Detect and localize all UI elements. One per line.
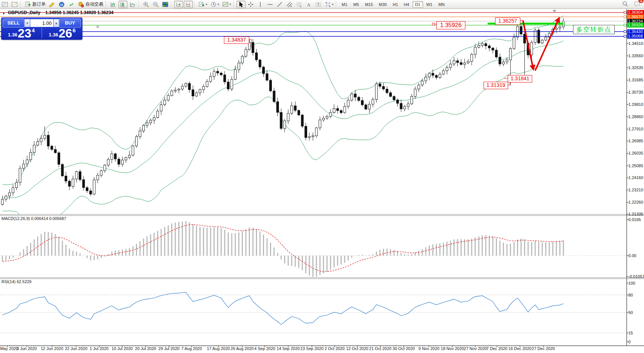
trend-arrow-up[interactable]: [535, 18, 559, 71]
timeframe-m15-button[interactable]: M15: [362, 1, 375, 8]
date-label[interactable]: 4 Sep 2020: [254, 346, 275, 351]
line-chart-button[interactable]: [128, 1, 137, 8]
date-label[interactable]: 20 Jul 2020: [135, 346, 156, 351]
channel-button[interactable]: E: [285, 1, 294, 8]
date-label[interactable]: 23 Sep 2020: [300, 346, 323, 351]
charts-list-button[interactable]: [0, 1, 9, 8]
date-label[interactable]: 21 Oct 2020: [369, 346, 391, 351]
date-label[interactable]: 9 Nov 2020: [419, 346, 439, 351]
date-label[interactable]: 29 Jul 2020: [159, 346, 180, 351]
svg-text:E: E: [290, 5, 292, 7]
cursor-button[interactable]: [237, 1, 245, 8]
candle-bull: [121, 160, 124, 165]
timeframe-m30-button[interactable]: M30: [376, 1, 389, 8]
chart-shift-button[interactable]: [184, 1, 193, 8]
date-label[interactable]: 26 Aug 2020: [231, 346, 254, 351]
sell-button[interactable]: SELL: [3, 19, 25, 27]
chat-icon[interactable]: 1: [634, 0, 641, 9]
bar-chart-button[interactable]: [109, 1, 118, 8]
trendline-button[interactable]: [275, 1, 284, 8]
community-button[interactable]: M: [57, 1, 66, 8]
candle-bull: [146, 123, 148, 125]
fibonacci-button[interactable]: F: [295, 1, 303, 8]
turning-point-note[interactable]: 多空转折点: [573, 25, 615, 34]
arrows-button[interactable]: ▾: [323, 1, 335, 8]
timeframe-m1-button[interactable]: M1: [339, 1, 350, 8]
date-label[interactable]: 5 May 2020: [0, 346, 18, 351]
date-label[interactable]: 14 Sep 2020: [277, 346, 300, 351]
hline-anchor[interactable]: [624, 24, 626, 26]
new-order-button[interactable]: 新订单: [23, 1, 47, 8]
auto-trading-button[interactable]: 自动交易: [77, 1, 104, 8]
vertical-line-button[interactable]: [256, 1, 265, 8]
bar-chart-icon: [110, 1, 117, 8]
date-label[interactable]: 3 Jun 2020: [17, 346, 37, 351]
volume-input[interactable]: 1.00: [30, 19, 53, 27]
text-button[interactable]: A: [304, 1, 313, 8]
date-label[interactable]: 2 Oct 2020: [325, 346, 345, 351]
timeframe-h1-button[interactable]: H1: [390, 1, 400, 8]
date-label[interactable]: 18 Nov 2020: [441, 346, 464, 351]
signals-button[interactable]: [67, 1, 76, 8]
date-label[interactable]: 22 Jun 2020: [65, 346, 88, 351]
timeframe-mn-button[interactable]: MN: [436, 1, 447, 8]
hline-anchor[interactable]: [624, 16, 626, 18]
candle-bear: [383, 87, 385, 89]
periods-button[interactable]: ▾: [209, 1, 220, 8]
metaeditor-button[interactable]: [48, 1, 56, 8]
hline-anchor[interactable]: [624, 20, 626, 22]
date-label[interactable]: 1 Jul 2020: [90, 346, 109, 351]
date-label[interactable]: 27 Nov 2020: [464, 346, 487, 351]
candlestick-chart-button[interactable]: [118, 1, 127, 8]
zoom-in-button[interactable]: [142, 1, 150, 8]
zoom-out-button[interactable]: [151, 1, 160, 8]
candle-bear: [390, 93, 392, 97]
object-anchor-triangle[interactable]: [553, 10, 556, 12]
timeframe-m5-button[interactable]: M5: [351, 1, 361, 8]
date-label[interactable]: 12 Jun 2020: [41, 346, 64, 351]
rsi-label: RSI(14) 62.5229: [1, 279, 32, 284]
chart-canvas[interactable]: [0, 9, 644, 353]
volume-up-button[interactable]: ▲: [53, 19, 59, 27]
candle-bull: [213, 71, 215, 77]
price-callout-1.36257[interactable]: 1.36257: [495, 17, 520, 25]
timeframe-d1-button[interactable]: D1: [413, 1, 423, 8]
buy-button[interactable]: BUY: [59, 19, 81, 27]
candle-bull: [111, 154, 113, 159]
date-label[interactable]: 30 Oct 2020: [393, 346, 415, 351]
candle-bull: [502, 62, 505, 64]
text-label-button[interactable]: T: [314, 1, 323, 8]
templates-button[interactable]: ▾: [221, 1, 232, 8]
panel-toggle-icon[interactable]: ▲: [2, 12, 5, 15]
auto-scroll-button[interactable]: [174, 1, 183, 8]
search-icon[interactable]: [622, 0, 628, 9]
hline-anchor[interactable]: [624, 35, 626, 38]
price-callout-1.35926[interactable]: 1.35926: [436, 21, 465, 29]
price-callout-1.31319[interactable]: 1.31319: [484, 82, 508, 89]
tick-chart-button[interactable]: [10, 1, 19, 8]
date-label[interactable]: 10 Jul 2020: [112, 346, 133, 351]
date-label[interactable]: 7 Dec 2020: [487, 346, 507, 351]
date-label[interactable]: 12 Oct 2020: [346, 346, 368, 351]
date-label[interactable]: 16 Dec 2020: [508, 346, 531, 351]
price-callout-1.31841[interactable]: 1.31841: [508, 75, 532, 82]
date-label[interactable]: 27 Dec 2020: [532, 346, 555, 351]
object-anchor-diamond[interactable]: [97, 26, 99, 28]
price-callout-1.34837[interactable]: 1.34837: [224, 36, 249, 44]
crosshair-button[interactable]: [246, 1, 255, 8]
svg-text:F: F: [300, 6, 302, 8]
buy-price[interactable]: 1.36 26 6: [42, 27, 82, 39]
indicators-button[interactable]: ▾: [197, 1, 208, 8]
hline-anchor[interactable]: [624, 12, 626, 14]
horizontal-line-button[interactable]: [266, 1, 274, 8]
volume-down-button[interactable]: ▼: [25, 19, 30, 27]
candle-bull: [16, 182, 18, 188]
timeframe-w1-button[interactable]: W1: [424, 1, 435, 8]
timeframe-h4-button[interactable]: H4: [401, 1, 412, 8]
candle-bull: [30, 152, 32, 160]
tile-windows-button[interactable]: [161, 1, 170, 8]
hline-anchor[interactable]: [624, 30, 626, 33]
date-label[interactable]: 17 Aug 2020: [207, 346, 230, 351]
sell-price[interactable]: 1.36 23 4: [1, 27, 42, 39]
date-label[interactable]: 7 Aug 2020: [181, 346, 202, 351]
